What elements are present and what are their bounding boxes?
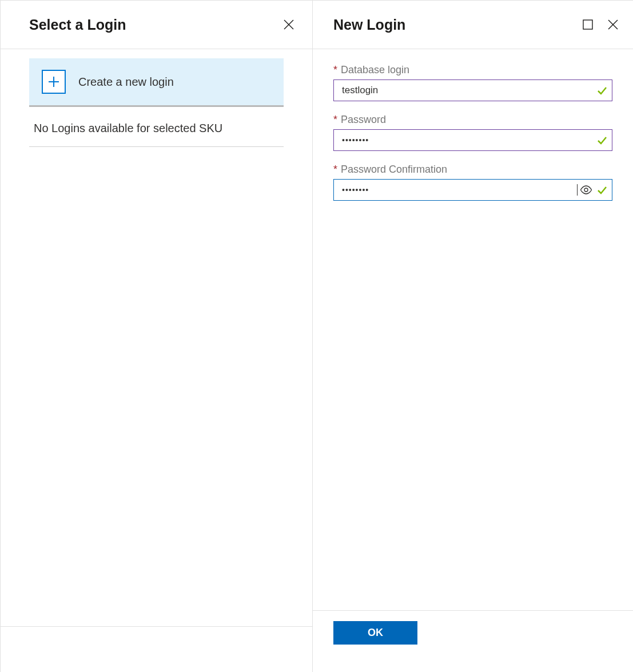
database-login-input-wrap xyxy=(333,79,612,101)
required-indicator: * xyxy=(333,164,337,176)
close-icon[interactable] xyxy=(281,17,296,32)
password-confirmation-label: * Password Confirmation xyxy=(333,164,612,176)
password-input[interactable] xyxy=(341,130,595,150)
ok-button[interactable]: OK xyxy=(333,621,417,645)
field-password: * Password xyxy=(333,114,612,151)
new-login-body: * Database login * Password xyxy=(313,49,633,610)
database-login-input[interactable] xyxy=(341,80,595,101)
select-login-body: Create a new login No Logins available f… xyxy=(1,49,312,626)
password-input-wrap xyxy=(333,129,612,151)
password-confirmation-input-wrap xyxy=(333,179,612,201)
create-new-login-button[interactable]: Create a new login xyxy=(29,58,284,107)
check-icon xyxy=(597,135,607,145)
check-icon xyxy=(597,85,607,96)
plus-icon xyxy=(42,70,66,94)
create-new-login-label: Create a new login xyxy=(78,75,174,89)
close-icon[interactable] xyxy=(606,17,620,32)
svg-point-7 xyxy=(584,188,588,192)
eye-icon[interactable] xyxy=(580,185,592,194)
select-login-footer xyxy=(1,626,312,672)
select-login-title: Select a Login xyxy=(29,17,126,33)
password-label: * Password xyxy=(333,114,612,126)
new-login-header: New Login xyxy=(313,1,633,49)
select-login-header: Select a Login xyxy=(1,1,312,49)
svg-rect-4 xyxy=(583,20,592,29)
select-login-panel: Select a Login Create a new login No Log… xyxy=(1,1,312,672)
field-password-confirmation: * Password Confirmation xyxy=(333,164,612,201)
app-root: Select a Login Create a new login No Log… xyxy=(0,0,633,672)
new-login-title: New Login xyxy=(333,17,405,33)
required-indicator: * xyxy=(333,114,337,126)
required-indicator: * xyxy=(333,64,337,76)
new-login-footer: OK xyxy=(313,610,633,672)
password-confirmation-input[interactable] xyxy=(341,180,578,200)
check-icon xyxy=(597,185,607,195)
database-login-label: * Database login xyxy=(333,64,612,76)
field-database-login: * Database login xyxy=(333,64,612,101)
maximize-icon[interactable] xyxy=(580,17,595,32)
new-login-panel: New Login * Database login xyxy=(312,1,633,672)
no-logins-message: No Logins available for selected SKU xyxy=(29,107,284,147)
